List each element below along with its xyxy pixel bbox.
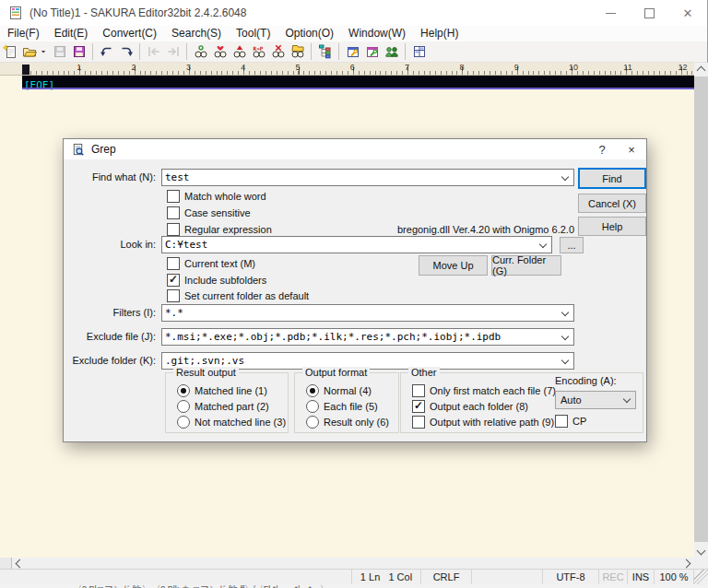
find-stop-button[interactable] <box>269 43 287 61</box>
checkbox-label: Output each folder (8) <box>430 401 528 412</box>
chevron-down-icon[interactable] <box>562 176 568 180</box>
checkbox-label: Include subfolders <box>184 275 266 286</box>
checkbox-label: Case sensitive <box>184 207 251 218</box>
current-text-checkbox[interactable]: Current text (M) <box>167 257 255 270</box>
normal-radio[interactable]: Normal (4) <box>306 384 372 397</box>
find-stop-icon <box>271 44 286 59</box>
horizontal-scrollbar[interactable] <box>0 558 694 569</box>
title-bar[interactable]: (No Title)1 - SAKURA Editor32bit 2.4.2.6… <box>0 0 707 26</box>
chevron-down-icon[interactable] <box>540 243 546 247</box>
vertical-scrollbar[interactable] <box>694 63 708 558</box>
menu-option[interactable]: Option(O) <box>277 26 341 41</box>
new-file-button[interactable] <box>1 43 18 61</box>
dialog-help-button[interactable]: ? <box>587 139 617 159</box>
encoding-dropdown[interactable]: Auto <box>555 391 636 409</box>
save-all-button[interactable] <box>70 43 88 61</box>
exclude-file-combobox[interactable]: *.msi;*.exe;*.obj;*.pdb;*.ilk;*.res;*.pc… <box>161 328 574 346</box>
cancel-button[interactable]: Cancel (X) <box>578 194 646 213</box>
move-up-button[interactable]: Move Up <box>419 255 488 276</box>
radio-label: Each file (5) <box>324 401 378 412</box>
keyword-search-button[interactable] <box>383 43 400 61</box>
redo-button[interactable] <box>117 43 135 61</box>
grep-dialog-icon <box>71 143 85 157</box>
find-button[interactable] <box>192 43 209 61</box>
each-file-radio[interactable]: Each file (5) <box>306 400 378 413</box>
minimize-button[interactable] <box>591 0 630 26</box>
dialog-close-button[interactable]: × <box>617 139 646 159</box>
find-button[interactable]: Find <box>578 168 646 189</box>
menu-window[interactable]: Window(W) <box>341 26 413 41</box>
split-handle[interactable] <box>0 558 12 569</box>
scroll-up-button[interactable] <box>694 63 708 76</box>
vertical-scroll-thumb[interactable] <box>694 76 708 542</box>
chevron-down-icon[interactable] <box>562 312 568 315</box>
replace-button[interactable]: R»P <box>250 43 267 61</box>
find-what-label: Find what (N): <box>64 171 156 183</box>
scroll-down-button[interactable] <box>694 545 708 558</box>
grep-dialog-title-bar[interactable]: Grep ? × <box>64 139 646 159</box>
toolbar-separator <box>186 43 187 60</box>
include-subfolders-checkbox[interactable]: Include subfolders <box>167 274 266 287</box>
browse-folder-button[interactable]: ... <box>560 237 584 253</box>
grep-dialog-title: Grep <box>91 143 116 156</box>
radio-dot <box>306 416 319 429</box>
chevron-down-icon[interactable] <box>562 335 568 339</box>
window-layout-button[interactable] <box>410 43 428 61</box>
cp-checkbox[interactable]: CP <box>555 415 586 428</box>
find-icon <box>194 44 208 59</box>
filters-combobox[interactable]: *.* <box>161 304 574 322</box>
match-whole-word-checkbox[interactable]: Match whole word <box>167 190 266 203</box>
resize-grip[interactable] <box>693 570 708 584</box>
relative-path-checkbox[interactable]: Output with relative path (9) <box>412 416 554 429</box>
chevron-down-icon[interactable] <box>562 359 568 363</box>
find-what-combobox[interactable]: test <box>161 169 574 186</box>
toolbar-separator <box>92 43 93 60</box>
regular-expression-checkbox[interactable]: Regular expression <box>167 223 272 236</box>
close-button[interactable]: ✕ <box>668 0 707 26</box>
matched-part-radio[interactable]: Matched part (2) <box>177 400 269 413</box>
menu-edit[interactable]: Edit(E) <box>47 26 96 41</box>
scroll-right-button[interactable] <box>681 558 694 569</box>
grep-button[interactable] <box>289 43 306 61</box>
menu-file[interactable]: File(F) <box>0 26 47 41</box>
radio-label: Matched part (2) <box>195 401 269 412</box>
case-sensitive-checkbox[interactable]: Case sensitive <box>167 206 251 219</box>
maximize-button[interactable] <box>630 0 668 26</box>
ruler-number: 7 <box>405 63 409 72</box>
undo-icon <box>100 44 114 59</box>
menu-convert[interactable]: Convert(C) <box>95 26 164 41</box>
output-each-folder-checkbox[interactable]: Output each folder (8) <box>412 400 528 413</box>
type-settings-button[interactable] <box>344 43 361 61</box>
matched-line-radio[interactable]: Matched line (1) <box>177 384 267 397</box>
status-encoding: UTF-8 <box>542 570 598 584</box>
look-in-combobox[interactable]: C:¥test <box>161 236 552 253</box>
menu-search[interactable]: Search(S) <box>164 26 229 41</box>
app-window: (No Title)1 - SAKURA Editor32bit 2.4.2.6… <box>0 0 708 584</box>
help-button[interactable]: Help <box>578 217 646 236</box>
ruler-ticks-minor <box>25 71 694 75</box>
only-first-match-checkbox[interactable]: Only first match each file (7) <box>412 384 556 397</box>
find-mark-button[interactable] <box>211 43 229 61</box>
group-label: Output format <box>302 367 370 378</box>
open-file-menu-button[interactable] <box>40 43 49 61</box>
caret-line-underline <box>22 88 694 89</box>
menu-tool[interactable]: Tool(T) <box>229 26 277 41</box>
open-file-button[interactable] <box>20 43 38 61</box>
status-insert-mode: INS <box>627 570 654 584</box>
undo-button[interactable] <box>98 43 115 61</box>
window-title: (No Title)1 - SAKURA Editor32bit 2.4.2.6… <box>30 6 246 19</box>
result-only-radio[interactable]: Result only (6) <box>306 416 389 429</box>
current-folder-button[interactable]: Curr. Folder (G) <box>491 255 561 276</box>
toolbar-separator <box>405 43 406 60</box>
find-next-button[interactable] <box>230 43 248 61</box>
common-settings-button[interactable] <box>363 43 381 61</box>
chevron-up-icon <box>697 66 706 76</box>
not-matched-line-radio[interactable]: Not matched line (3) <box>177 416 286 429</box>
set-default-folder-checkbox[interactable]: Set current folder as default <box>167 289 309 302</box>
checkbox-label: Set current folder as default <box>184 290 309 301</box>
outline-button[interactable] <box>316 43 334 61</box>
menu-help[interactable]: Help(H) <box>413 26 466 41</box>
checkbox-box <box>167 206 180 219</box>
other-group: Other Only first match each file (7) Out… <box>400 372 643 433</box>
scroll-left-button[interactable] <box>12 558 25 569</box>
